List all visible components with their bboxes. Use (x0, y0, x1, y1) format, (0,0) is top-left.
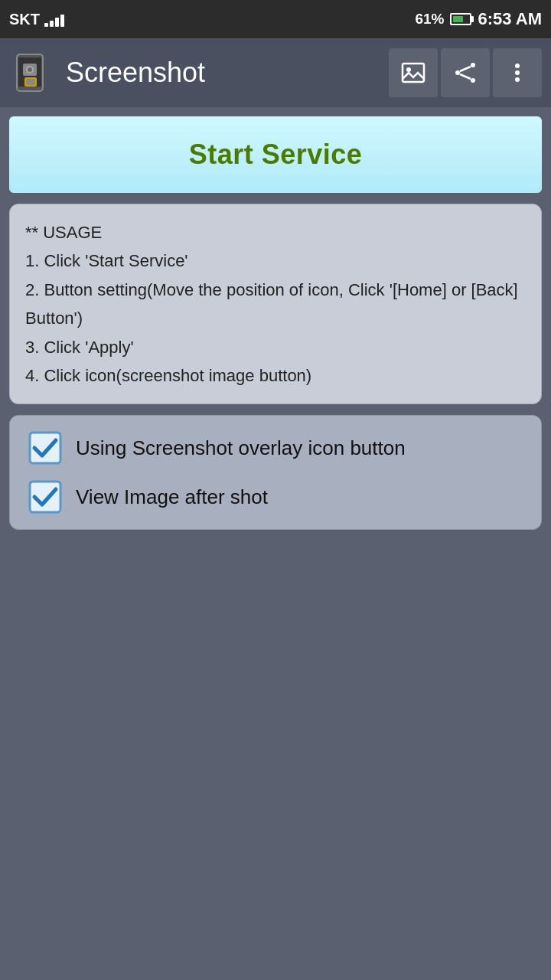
svg-point-16 (515, 77, 520, 82)
svg-point-4 (28, 67, 32, 72)
svg-rect-6 (26, 79, 35, 85)
svg-point-14 (515, 64, 520, 68)
start-service-label: Start Service (189, 139, 363, 171)
app-icon (11, 51, 54, 94)
app-title: Screenshot (66, 57, 378, 89)
battery-percent-text: 61% (415, 11, 444, 28)
gallery-button[interactable] (389, 48, 438, 97)
svg-line-13 (460, 74, 471, 79)
more-icon (505, 60, 530, 85)
status-left: SKT (9, 11, 64, 28)
app-bar: Screenshot (0, 38, 551, 107)
battery-icon (450, 13, 471, 25)
checkbox-overlay-icon (28, 431, 62, 465)
main-content: Start Service ** USAGE 1. Click 'Start S… (0, 107, 551, 539)
svg-rect-7 (403, 64, 424, 82)
start-service-button[interactable]: Start Service (9, 116, 542, 193)
svg-point-15 (515, 70, 520, 75)
svg-line-12 (460, 67, 471, 71)
toolbar-buttons (389, 48, 542, 97)
signal-icon (44, 11, 64, 27)
checkbox-box: Using Screenshot overlay icon button Vie… (9, 415, 542, 530)
carrier-text: SKT (9, 11, 40, 28)
more-options-button[interactable] (493, 48, 542, 97)
svg-point-8 (406, 67, 411, 72)
checkbox-viewafter-icon (28, 480, 62, 514)
image-icon (401, 60, 425, 85)
status-bar: SKT 61% 6:53 AM (0, 0, 551, 38)
app-icon-container (9, 50, 55, 96)
usage-box: ** USAGE 1. Click 'Start Service' 2. But… (9, 204, 542, 404)
svg-point-11 (471, 78, 475, 83)
share-button[interactable] (441, 48, 490, 97)
checkbox-overlay-label: Using Screenshot overlay icon button (76, 436, 406, 460)
usage-text: ** USAGE 1. Click 'Start Service' 2. But… (25, 218, 526, 390)
checkbox-overlay-row[interactable]: Using Screenshot overlay icon button (28, 431, 523, 465)
svg-point-9 (471, 63, 475, 67)
status-right: 61% 6:53 AM (415, 9, 542, 29)
checkbox-viewafter-row[interactable]: View Image after shot (28, 480, 523, 514)
share-icon (453, 60, 478, 85)
checkbox-viewafter-label: View Image after shot (76, 485, 268, 509)
svg-point-10 (455, 70, 460, 75)
time-text: 6:53 AM (478, 9, 542, 29)
